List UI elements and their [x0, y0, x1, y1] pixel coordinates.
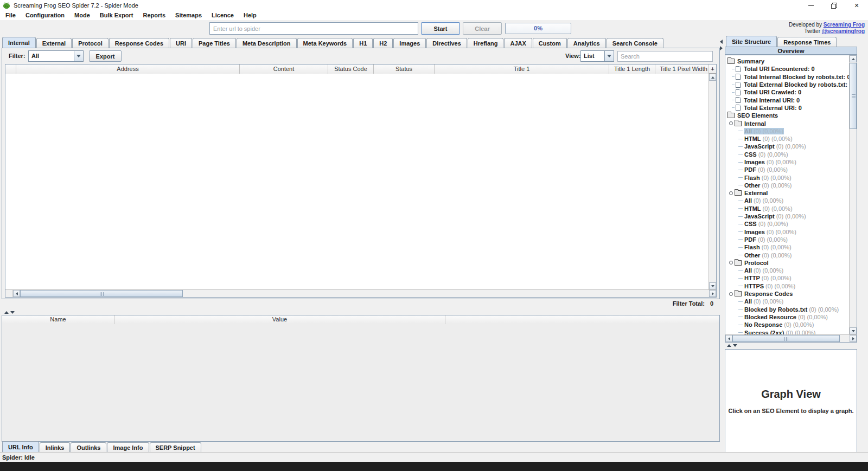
tab-serp-snippet[interactable]: SERP Snippet — [150, 442, 201, 452]
tree-item-summary[interactable]: Summary — [726, 57, 849, 65]
tree-item-https[interactable]: HTTPS(0) (0,00%) — [726, 282, 849, 290]
scrollbar-thumb[interactable] — [850, 63, 857, 129]
scroll-down-icon[interactable] — [850, 327, 857, 334]
tree-item-all[interactable]: All(0) (0,00%) — [726, 267, 849, 274]
menu-reports[interactable]: Reports — [138, 11, 171, 20]
tab-outlinks[interactable]: Outlinks — [71, 442, 106, 452]
tree-item-flash[interactable]: Flash(0) (0,00%) — [726, 173, 849, 181]
tree-item-external[interactable]: External — [726, 189, 849, 197]
tree-item-javascript[interactable]: JavaScript(0) (0,00%) — [726, 143, 849, 150]
expand-handle-icon[interactable] — [729, 191, 733, 195]
column-header-title-1-pixel-width[interactable]: Title 1 Pixel Width — [655, 64, 712, 74]
tab-protocol[interactable]: Protocol — [72, 38, 108, 48]
tree-item-total-external-uri-0[interactable]: Total External URI: 0 — [726, 104, 849, 112]
tree-item-total-uri-crawled-0[interactable]: Total URI Crawled: 0 — [726, 88, 849, 96]
tree-item-images[interactable]: Images(0) (0,00%) — [726, 228, 849, 236]
tree-horizontal-scrollbar[interactable] — [725, 334, 857, 342]
column-header-status[interactable]: Status — [374, 64, 435, 74]
tree-item-html[interactable]: HTML(0) (0,00%) — [726, 135, 849, 143]
menu-configuration[interactable]: Configuration — [21, 11, 69, 20]
view-dropdown[interactable]: List — [580, 50, 614, 62]
twitter-link[interactable]: @screamingfrog — [822, 28, 865, 34]
column-header-title-1[interactable]: Title 1 — [435, 64, 609, 74]
tab-uri[interactable]: URI — [170, 38, 192, 48]
tree-item-css[interactable]: CSS(0) (0,00%) — [726, 151, 849, 158]
start-button[interactable]: Start — [421, 22, 460, 35]
column-header-spacer[interactable] — [5, 64, 16, 74]
scrollbar-track[interactable] — [183, 290, 709, 297]
menu-mode[interactable]: Mode — [69, 11, 95, 20]
menu-file[interactable]: File — [1, 11, 21, 20]
expand-handle-icon[interactable] — [729, 261, 733, 264]
tree-item-pdf[interactable]: PDF(0) (0,00%) — [726, 166, 849, 173]
column-header-address[interactable]: Address — [16, 64, 240, 74]
tab-search-console[interactable]: Search Console — [607, 38, 663, 48]
scroll-up-icon[interactable] — [850, 55, 857, 62]
scroll-right-icon[interactable] — [850, 335, 857, 342]
tab-h1[interactable]: H1 — [353, 38, 373, 48]
splitter-collapse-down-icon[interactable] — [733, 344, 737, 347]
column-header-name[interactable]: Name — [2, 315, 114, 324]
close-button[interactable]: ✕ — [845, 0, 868, 11]
menu-bulk-export[interactable]: Bulk Export — [95, 11, 138, 20]
splitter-collapse-right-icon[interactable] — [720, 46, 723, 50]
grid-body[interactable] — [5, 74, 709, 289]
tab-images[interactable]: Images — [393, 38, 426, 48]
tab-h2[interactable]: H2 — [373, 38, 393, 48]
restore-button[interactable] — [822, 0, 845, 11]
tree-item-all[interactable]: All(0) (0,00%) — [726, 127, 849, 135]
column-header-value[interactable]: Value — [114, 315, 445, 324]
tree-vertical-scrollbar[interactable] — [849, 55, 857, 334]
tree-item-all[interactable]: All(0) (0,00%) — [726, 197, 849, 204]
tab-meta-description[interactable]: Meta Description — [237, 38, 297, 48]
expand-handle-icon[interactable] — [729, 121, 733, 125]
tab-directives[interactable]: Directives — [426, 38, 467, 48]
tree-item-javascript[interactable]: JavaScript(0) (0,00%) — [726, 212, 849, 220]
tree-item-flash[interactable]: Flash(0) (0,00%) — [726, 243, 849, 251]
menu-help[interactable]: Help — [239, 11, 261, 20]
main-splitter[interactable] — [2, 311, 720, 315]
tree-item-total-uri-encountered-0[interactable]: Total URI Encountered: 0 — [726, 65, 849, 73]
screaming-frog-link[interactable]: Screaming Frog — [824, 22, 865, 28]
tree-item-images[interactable]: Images(0) (0,00%) — [726, 158, 849, 166]
tab-image-info[interactable]: Image Info — [107, 442, 149, 452]
tree-item-blocked-by-robots-txt[interactable]: Blocked by Robots.txt(0) (0,00%) — [726, 306, 849, 313]
tab-ajax[interactable]: AJAX — [504, 38, 532, 48]
scrollbar-thumb[interactable] — [20, 290, 183, 297]
splitter-collapse-up-icon[interactable] — [4, 311, 9, 314]
url-input[interactable] — [209, 22, 418, 35]
tab-external[interactable]: External — [36, 38, 72, 48]
tree-item-css[interactable]: CSS(0) (0,00%) — [726, 220, 849, 228]
expand-handle-icon[interactable] — [729, 292, 733, 296]
tree-item-http[interactable]: HTTP(0) (0,00%) — [726, 274, 849, 282]
tab-internal[interactable]: Internal — [2, 37, 36, 48]
scroll-left-icon[interactable] — [725, 335, 732, 342]
splitter-collapse-up-icon[interactable] — [727, 344, 731, 347]
tree-item-pdf[interactable]: PDF(0) (0,00%) — [726, 236, 849, 243]
splitter-collapse-left-icon[interactable] — [720, 40, 723, 44]
export-button[interactable]: Export — [89, 50, 122, 62]
scroll-right-icon[interactable] — [709, 290, 716, 297]
tree-item-other[interactable]: Other(0) (0,00%) — [726, 182, 849, 189]
tab-meta-keywords[interactable]: Meta Keywords — [297, 38, 353, 48]
column-header-content[interactable]: Content — [240, 64, 328, 74]
column-header-status-code[interactable]: Status Code — [328, 64, 374, 74]
sidebar-splitter[interactable] — [725, 344, 857, 349]
column-header-title-1-length[interactable]: Title 1 Length — [609, 64, 655, 74]
tree-item-internal[interactable]: Internal — [726, 119, 849, 127]
tree-item-total-internal-blocked-by-robots-txt-0[interactable]: Total Internal Blocked by robots.txt: 0 — [726, 73, 849, 81]
tab-hreflang[interactable]: Hreflang — [468, 38, 504, 48]
tree-item-response-codes[interactable]: Response Codes — [726, 290, 849, 298]
menu-sitemaps[interactable]: Sitemaps — [170, 11, 207, 20]
scroll-down-icon[interactable] — [709, 282, 716, 289]
tab-page-titles[interactable]: Page Titles — [193, 38, 236, 48]
tab-analytics[interactable]: Analytics — [567, 38, 606, 48]
sidebar-tab-site-structure[interactable]: Site Structure — [726, 36, 777, 47]
scroll-left-icon[interactable] — [13, 290, 20, 297]
tree-item-blocked-resource[interactable]: Blocked Resource(0) (0,00%) — [726, 313, 849, 321]
sidebar-tab-response-times[interactable]: Response Times — [777, 37, 837, 47]
tab-response-codes[interactable]: Response Codes — [109, 38, 169, 48]
tree-item-html[interactable]: HTML(0) (0,00%) — [726, 205, 849, 212]
minimize-button[interactable] — [800, 0, 822, 11]
scroll-up-icon[interactable] — [709, 74, 716, 81]
